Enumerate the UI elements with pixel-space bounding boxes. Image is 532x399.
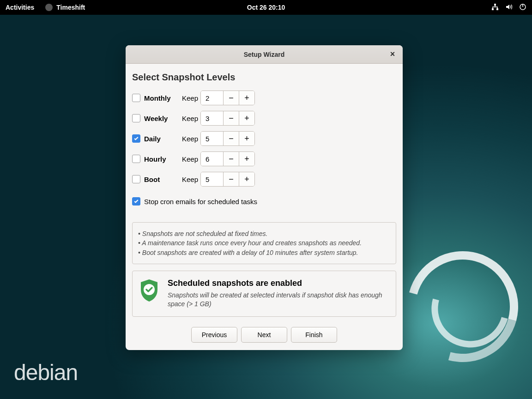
minus-icon: − — [229, 175, 234, 184]
gnome-topbar: Activities Timeshift Oct 26 20:10 — [0, 0, 532, 15]
status-description: Snapshots will be created at selected in… — [168, 291, 389, 309]
level-row-weekly: WeeklyKeep−+ — [132, 110, 396, 126]
finish-button[interactable]: Finish — [291, 327, 337, 343]
debian-swirl — [387, 231, 532, 382]
hourly-decrement-button[interactable]: − — [223, 152, 239, 166]
plus-icon: + — [244, 175, 249, 184]
page-heading: Select Snapshot Levels — [132, 72, 396, 83]
hourly-stepper: −+ — [200, 151, 255, 166]
boot-stepper: −+ — [200, 172, 255, 187]
info-box: • Snapshots are not scheduled at fixed t… — [132, 222, 396, 264]
shield-check-icon — [139, 278, 159, 302]
daily-label: Daily — [144, 135, 182, 143]
plus-icon: + — [244, 134, 249, 144]
monthly-checkbox[interactable] — [132, 94, 140, 102]
plus-icon: + — [244, 93, 249, 103]
window-titlebar: Setup Wizard × — [126, 45, 403, 64]
volume-icon[interactable] — [505, 3, 513, 12]
weekly-stepper: −+ — [200, 111, 255, 126]
info-line: • Boot snapshots are created with a dela… — [138, 248, 390, 257]
hourly-keep-input[interactable] — [201, 152, 223, 166]
daily-keep-input[interactable] — [201, 132, 223, 145]
clock[interactable]: Oct 26 20:10 — [247, 4, 285, 11]
weekly-checkbox[interactable] — [132, 114, 140, 122]
app-menu[interactable]: Timeshift — [45, 4, 85, 11]
weekly-increment-button[interactable]: + — [239, 111, 254, 125]
network-icon[interactable] — [491, 3, 499, 12]
status-box: Scheduled snapshots are enabled Snapshot… — [132, 271, 396, 317]
minus-icon: − — [229, 114, 234, 123]
close-button[interactable]: × — [388, 50, 397, 59]
minus-icon: − — [229, 154, 234, 164]
previous-button[interactable]: Previous — [191, 327, 237, 343]
hourly-label: Hourly — [144, 155, 182, 163]
svg-rect-0 — [494, 4, 496, 6]
hourly-increment-button[interactable]: + — [239, 152, 254, 166]
daily-increment-button[interactable]: + — [239, 132, 254, 145]
app-menu-label: Timeshift — [56, 4, 85, 11]
level-row-boot: BootKeep−+ — [132, 171, 396, 187]
keep-label: Keep — [182, 135, 200, 143]
next-button[interactable]: Next — [241, 327, 287, 343]
level-row-hourly: HourlyKeep−+ — [132, 151, 396, 167]
daily-stepper: −+ — [200, 131, 255, 146]
daily-decrement-button[interactable]: − — [223, 132, 239, 145]
svg-rect-1 — [492, 8, 494, 10]
weekly-label: Weekly — [144, 115, 182, 122]
daily-checkbox[interactable] — [132, 134, 140, 143]
plus-icon: + — [244, 114, 249, 123]
window-title: Setup Wizard — [244, 51, 285, 58]
keep-label: Keep — [182, 94, 200, 102]
status-title: Scheduled snapshots are enabled — [168, 278, 389, 288]
monthly-label: Monthly — [144, 94, 182, 102]
close-icon: × — [390, 49, 395, 59]
activities-button[interactable]: Activities — [6, 4, 34, 11]
monthly-decrement-button[interactable]: − — [223, 91, 239, 105]
plus-icon: + — [244, 154, 249, 164]
boot-label: Boot — [144, 175, 182, 183]
monthly-keep-input[interactable] — [201, 91, 223, 105]
setup-wizard-window: Setup Wizard × Select Snapshot Levels Mo… — [126, 45, 403, 350]
boot-decrement-button[interactable]: − — [223, 172, 239, 186]
power-icon[interactable] — [519, 3, 526, 12]
debian-wordmark: debian — [14, 360, 78, 385]
keep-label: Keep — [182, 155, 200, 163]
cron-checkbox[interactable] — [132, 197, 140, 206]
boot-checkbox[interactable] — [132, 175, 140, 183]
info-line: • Snapshots are not scheduled at fixed t… — [138, 229, 390, 238]
svg-rect-2 — [496, 8, 498, 10]
keep-label: Keep — [182, 115, 200, 122]
monthly-stepper: −+ — [200, 91, 255, 105]
timeshift-icon — [45, 4, 53, 11]
weekly-keep-input[interactable] — [201, 111, 223, 125]
info-line: • A maintenance task runs once every hou… — [138, 238, 390, 248]
hourly-checkbox[interactable] — [132, 155, 140, 163]
minus-icon: − — [229, 93, 234, 103]
boot-keep-input[interactable] — [201, 172, 223, 186]
monthly-increment-button[interactable]: + — [239, 91, 254, 105]
weekly-decrement-button[interactable]: − — [223, 111, 239, 125]
keep-label: Keep — [182, 175, 200, 183]
level-row-daily: DailyKeep−+ — [132, 131, 396, 146]
level-row-monthly: MonthlyKeep−+ — [132, 90, 396, 106]
minus-icon: − — [229, 134, 234, 144]
cron-label: Stop cron emails for scheduled tasks — [144, 198, 257, 206]
boot-increment-button[interactable]: + — [239, 172, 254, 186]
